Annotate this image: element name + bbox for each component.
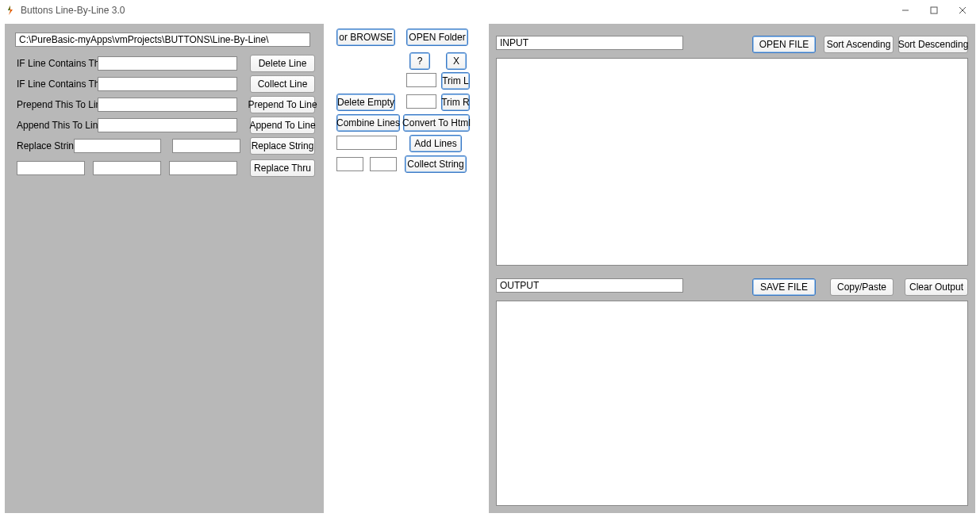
trim-l-button[interactable]: Trim L <box>441 72 470 90</box>
maximize-button[interactable] <box>920 2 948 19</box>
close-button[interactable] <box>948 2 977 19</box>
open-folder-button[interactable]: OPEN Folder <box>406 29 468 46</box>
save-file-button[interactable]: SAVE FILE <box>752 278 816 296</box>
trim-l-input[interactable] <box>406 73 436 87</box>
output-label-field[interactable] <box>496 278 683 293</box>
collect-string-button[interactable]: Collect String <box>405 155 467 173</box>
append-line-input[interactable] <box>98 118 237 132</box>
replace-thru-button[interactable]: Replace Thru <box>250 159 315 177</box>
client-area: IF Line Contains This: Delete Line IF Li… <box>0 21 980 521</box>
sort-descending-button[interactable]: Sort Descending <box>898 36 968 53</box>
convert-to-html-button[interactable]: Convert To Html <box>403 114 470 132</box>
replace-string-button[interactable]: Replace String <box>250 137 315 155</box>
replace-string-label: Replace String: <box>17 140 74 151</box>
x-button[interactable]: X <box>446 52 467 70</box>
replace-thru-input-3[interactable] <box>169 161 237 175</box>
collect-line-input[interactable] <box>98 77 237 91</box>
trim-r-button[interactable]: Trim R <box>441 94 470 111</box>
trim-r-input[interactable] <box>406 94 436 109</box>
collect-string-input-1[interactable] <box>336 157 363 171</box>
prepend-line-label: Prepend This To Line: <box>17 99 98 110</box>
app-icon <box>5 5 16 16</box>
collect-string-input-2[interactable] <box>370 157 397 171</box>
delete-line-input[interactable] <box>98 56 237 71</box>
minimize-button[interactable] <box>891 2 920 19</box>
replace-thru-input-2[interactable] <box>93 161 161 175</box>
clear-output-button[interactable]: Clear Output <box>905 278 968 296</box>
right-panel: OPEN FILE Sort Ascending Sort Descending… <box>489 24 975 513</box>
svg-rect-1 <box>931 7 937 13</box>
input-label-field[interactable] <box>496 36 683 50</box>
collect-line-button[interactable]: Collect Line <box>250 75 315 93</box>
replace-string-to-input[interactable] <box>172 139 240 153</box>
output-textarea[interactable] <box>496 301 968 506</box>
add-lines-input[interactable] <box>336 136 397 150</box>
input-textarea[interactable] <box>496 58 968 266</box>
delete-line-label: IF Line Contains This: <box>17 58 98 69</box>
window-title: Buttons Line-By-Line 3.0 <box>21 5 891 16</box>
open-file-button[interactable]: OPEN FILE <box>752 36 816 53</box>
combine-lines-button[interactable]: Combine Lines <box>336 114 400 132</box>
replace-string-from-input[interactable] <box>74 139 161 153</box>
browse-button[interactable]: or BROWSE <box>336 29 395 46</box>
append-line-button[interactable]: Append To Line <box>250 117 315 134</box>
left-panel: IF Line Contains This: Delete Line IF Li… <box>5 24 324 513</box>
collect-line-label: IF Line Contains This: <box>17 79 98 90</box>
sort-ascending-button[interactable]: Sort Ascending <box>824 36 894 53</box>
help-button[interactable]: ? <box>409 52 430 70</box>
title-bar: Buttons Line-By-Line 3.0 <box>0 0 980 21</box>
delete-empty-button[interactable]: Delete Empty <box>336 94 395 111</box>
add-lines-button[interactable]: Add Lines <box>409 135 462 152</box>
prepend-line-input[interactable] <box>98 98 237 112</box>
prepend-line-button[interactable]: Prepend To Line <box>250 96 315 113</box>
append-line-label: Append This To Line: <box>17 120 98 131</box>
delete-line-button[interactable]: Delete Line <box>250 55 315 72</box>
path-field[interactable] <box>15 33 310 47</box>
replace-thru-input-1[interactable] <box>17 161 85 175</box>
copy-paste-button[interactable]: Copy/Paste <box>830 278 894 296</box>
